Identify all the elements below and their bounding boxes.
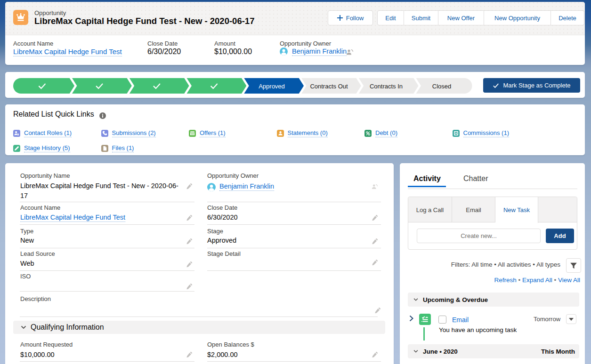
svg-text:Closed: Closed bbox=[432, 83, 451, 90]
svg-text:Approved: Approved bbox=[259, 83, 285, 90]
svg-text:Contracts In: Contracts In bbox=[370, 83, 403, 90]
svg-text:Contracts Out: Contracts Out bbox=[310, 83, 348, 90]
